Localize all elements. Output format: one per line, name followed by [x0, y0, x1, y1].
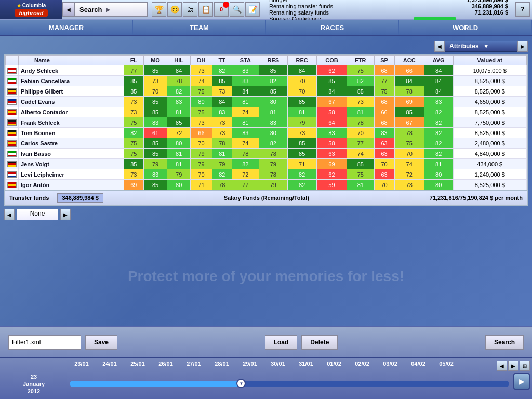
- stat-sta: 72: [232, 169, 259, 180]
- rider-name: Philippe Gilbert: [19, 86, 124, 97]
- page-select[interactable]: None: [17, 209, 58, 220]
- table-row[interactable]: Fabian Cancellara 8573787485838270858277…: [6, 76, 527, 86]
- stat-avg: 82: [424, 138, 453, 149]
- col-acc: ACC: [394, 56, 424, 65]
- stat-mo: 70: [143, 86, 167, 97]
- valued-at: 7,750,000 $: [453, 117, 527, 128]
- flag-cell: [6, 159, 19, 169]
- stat-fl: 82: [124, 128, 143, 138]
- clipboard-icon[interactable]: 📋: [198, 2, 213, 17]
- help-button[interactable]: ?: [515, 2, 530, 17]
- stat-sp: 68: [374, 65, 394, 76]
- stat-tt: 78: [212, 138, 232, 149]
- attributes-dropdown[interactable]: Attributes ▼: [445, 41, 517, 52]
- stat-ftr: 85: [347, 86, 374, 97]
- stat-acc: 70: [394, 149, 424, 159]
- table-row[interactable]: Levi Leipheimer 738379708272788262756372…: [6, 169, 527, 180]
- table-row[interactable]: Andy Schleck 77858473828385846275686684 …: [6, 65, 527, 76]
- stat-sp: 77: [374, 76, 394, 86]
- tab-races[interactable]: RACES: [266, 20, 399, 35]
- stat-rec: 82: [287, 180, 316, 190]
- stat-sp: 63: [374, 138, 394, 149]
- stat-res: 85: [259, 65, 287, 76]
- stat-avg: 84: [424, 65, 453, 76]
- col-res: RES: [259, 56, 287, 65]
- stat-hil: 78: [167, 76, 191, 86]
- stat-sp: 83: [374, 128, 394, 138]
- face-icon[interactable]: 😊: [167, 2, 182, 17]
- attr-nav-left-button[interactable]: ◀: [434, 41, 445, 52]
- search-button[interactable]: Search: [485, 335, 524, 350]
- stat-acc: 75: [394, 138, 424, 149]
- stat-mo: 79: [143, 159, 167, 169]
- stat-sp: 70: [374, 180, 394, 190]
- highroad-logo: highroad: [15, 9, 47, 17]
- search-icon[interactable]: 🔍: [230, 2, 244, 17]
- table-row[interactable]: Carlos Sastre 75858070787482855877637582…: [6, 138, 527, 149]
- save-button[interactable]: Save: [85, 335, 117, 350]
- timeline-end-button[interactable]: ⊞: [520, 361, 530, 371]
- stat-fl: 69: [124, 180, 143, 190]
- stat-dh: 70: [191, 169, 212, 180]
- stat-tt: 73: [212, 117, 232, 128]
- search-dropdown-label: Search: [79, 6, 102, 14]
- current-date-label: 23 January 2012: [0, 371, 68, 397]
- attr-nav-right-button[interactable]: ▶: [517, 41, 528, 52]
- trophy-icon[interactable]: 🏆: [152, 2, 166, 17]
- table-row[interactable]: Igor Antón 69858071787779825981707380 8,…: [6, 180, 527, 190]
- badge-icon[interactable]: 0 0: [214, 2, 229, 17]
- filter-input[interactable]: [8, 335, 81, 350]
- stat-fl: 73: [124, 107, 143, 117]
- table-row[interactable]: Ivan Basso 75858179817878856374637082 4,…: [6, 149, 527, 159]
- table-row[interactable]: Jens Voigt 85798179798279716985707481 43…: [6, 159, 527, 169]
- stat-mo: 85: [143, 149, 167, 159]
- table-row[interactable]: Tom Boonen 82617266738380738370837882 8,…: [6, 128, 527, 138]
- next-button[interactable]: ▶: [513, 373, 530, 390]
- delete-button[interactable]: Delete: [301, 335, 338, 350]
- timeline-thumb[interactable]: [236, 379, 246, 388]
- columbia-logo: Columbia: [17, 3, 46, 8]
- tab-world[interactable]: WORLD: [399, 20, 532, 35]
- stat-tt: 81: [212, 149, 232, 159]
- rider-name: Alberto Contador: [19, 107, 124, 117]
- stat-cob: 83: [316, 128, 347, 138]
- stat-sp: 63: [374, 169, 394, 180]
- table-row[interactable]: Alberto Contador 73858175837481815881668…: [6, 107, 527, 117]
- stat-sp: 70: [374, 159, 394, 169]
- budget-area: Budget 1,373,696,896 $ Remaining transfe…: [264, 0, 513, 19]
- col-mo: MO: [143, 56, 167, 65]
- stat-ftr: 85: [347, 159, 374, 169]
- valued-at: 2,480,000 $: [453, 138, 527, 149]
- col-tt: TT: [212, 56, 232, 65]
- rider-name: Fabian Cancellara: [19, 76, 124, 86]
- search-dropdown[interactable]: Search ▶: [75, 2, 148, 17]
- tab-team[interactable]: TEAM: [133, 20, 266, 35]
- timeline-nav-left[interactable]: ◀: [497, 361, 507, 371]
- table-body: Andy Schleck 77858473828385846275686684 …: [6, 65, 527, 190]
- table-row[interactable]: Frank Schleck 75838573738183796478686782…: [6, 117, 527, 128]
- stat-ftr: 81: [347, 107, 374, 117]
- timeline-nav-right[interactable]: ▶: [508, 361, 518, 371]
- flag-cell: [6, 97, 19, 107]
- nav-back-button[interactable]: ◀: [62, 2, 75, 17]
- flag-cell: [6, 169, 19, 180]
- stat-avg: 80: [424, 169, 453, 180]
- stat-ftr: 82: [347, 76, 374, 86]
- rider-name: Andy Schleck: [19, 65, 124, 76]
- folder-icon[interactable]: 🗂: [183, 2, 197, 17]
- tab-manager[interactable]: MANAGER: [0, 20, 133, 35]
- stat-res: 78: [259, 169, 287, 180]
- table-row[interactable]: Philippe Gilbert 85708275738485708485757…: [6, 86, 527, 97]
- page-nav-right-button[interactable]: ▶: [60, 209, 71, 220]
- stat-res: 79: [259, 180, 287, 190]
- stat-hil: 81: [167, 107, 191, 117]
- main-area: ◀ Attributes ▼ ▶ Name FL MO HIL DH TT ST…: [0, 36, 532, 326]
- notepad-icon[interactable]: 📝: [245, 2, 260, 17]
- flag-cell: [6, 117, 19, 128]
- timeline-date-label: 05/02: [432, 361, 460, 371]
- load-button[interactable]: Load: [265, 335, 298, 350]
- page-nav-left-button[interactable]: ◀: [4, 209, 15, 220]
- table-row[interactable]: Cadel Evans 73858380848180856773686983 4…: [6, 97, 527, 107]
- transfer-funds-label: Transfer funds: [9, 195, 49, 201]
- flag-cell: [6, 76, 19, 86]
